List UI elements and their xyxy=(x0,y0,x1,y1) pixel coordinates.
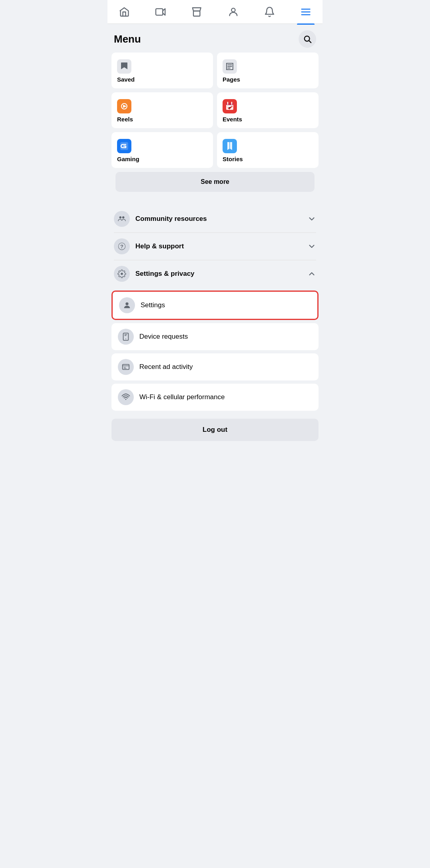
settings-privacy-label: Settings & privacy xyxy=(135,270,302,278)
svg-point-25 xyxy=(121,273,123,275)
svg-rect-16 xyxy=(226,103,233,105)
nav-profile[interactable] xyxy=(225,3,242,21)
community-chevron-icon xyxy=(307,215,316,223)
wifi-subitem-icon xyxy=(118,389,134,405)
gaming-label: Gaming xyxy=(117,156,207,162)
device-requests-label: Device requests xyxy=(139,333,188,341)
menu-title: Menu xyxy=(114,33,141,45)
menu-header: Menu xyxy=(108,24,322,53)
grid-item-reels[interactable]: Reels xyxy=(111,92,213,128)
help-chevron-icon xyxy=(307,242,316,251)
community-resources-row[interactable]: Community resources xyxy=(108,205,322,232)
settings-icon-container xyxy=(114,266,130,282)
logout-button[interactable]: Log out xyxy=(111,419,319,441)
events-label: Events xyxy=(223,116,313,123)
recent-ad-subitem[interactable]: Recent ad activity xyxy=(111,353,319,380)
top-nav xyxy=(108,0,322,24)
recent-ad-icon xyxy=(118,359,134,375)
nav-marketplace[interactable] xyxy=(188,3,205,21)
svg-text:?: ? xyxy=(120,244,123,250)
see-more-section: See more xyxy=(108,172,322,192)
device-requests-subitem[interactable]: Device requests xyxy=(111,323,319,350)
help-support-row[interactable]: ? Help & support xyxy=(108,233,322,260)
settings-privacy-row[interactable]: Settings & privacy xyxy=(108,260,322,287)
pages-icon xyxy=(223,59,237,74)
wifi-label: Wi-Fi & cellular performance xyxy=(139,393,225,401)
svg-point-30 xyxy=(125,399,127,400)
svg-point-26 xyxy=(125,302,128,305)
svg-point-21 xyxy=(122,217,125,219)
settings-subitem-label: Settings xyxy=(141,301,165,309)
saved-icon xyxy=(117,59,131,74)
grid-item-pages[interactable]: Pages xyxy=(217,53,319,88)
help-icon: ? xyxy=(117,242,126,251)
section-divider-1 xyxy=(108,197,322,201)
svg-rect-2 xyxy=(194,11,200,16)
svg-rect-29 xyxy=(123,365,129,370)
ad-icon xyxy=(121,363,130,371)
help-label: Help & support xyxy=(135,242,302,250)
nav-home[interactable] xyxy=(115,3,133,21)
svg-line-8 xyxy=(309,41,311,43)
nav-notifications[interactable] xyxy=(261,3,278,21)
device-icon xyxy=(121,332,130,341)
community-label: Community resources xyxy=(135,215,302,223)
person-gear-icon xyxy=(123,301,131,310)
svg-rect-27 xyxy=(123,333,129,340)
recent-ad-label: Recent ad activity xyxy=(139,363,193,371)
settings-subitem-icon xyxy=(119,297,135,313)
svg-point-28 xyxy=(125,339,126,339)
wifi-icon xyxy=(121,393,130,402)
reels-label: Reels xyxy=(117,116,207,123)
nav-menu[interactable] xyxy=(297,3,315,21)
grid-section: Saved Pages xyxy=(108,53,322,168)
svg-rect-0 xyxy=(156,8,163,15)
svg-point-3 xyxy=(231,8,235,12)
wifi-subitem[interactable]: Wi-Fi & cellular performance xyxy=(111,384,319,411)
nav-video[interactable] xyxy=(152,3,169,21)
see-more-button[interactable]: See more xyxy=(115,172,315,192)
pages-label: Pages xyxy=(223,76,313,83)
grid-item-gaming[interactable]: Gaming xyxy=(111,132,213,168)
grid-row-2: Reels Events xyxy=(111,92,319,128)
search-button[interactable] xyxy=(299,30,316,48)
saved-label: Saved xyxy=(117,76,207,83)
gaming-icon xyxy=(117,139,131,153)
handshake-icon xyxy=(117,215,126,223)
grid-item-events[interactable]: Events xyxy=(217,92,319,128)
gear-icon xyxy=(117,269,126,278)
grid-row-1: Saved Pages xyxy=(111,53,319,88)
grid-item-stories[interactable]: Stories xyxy=(217,132,319,168)
events-icon xyxy=(223,99,237,113)
grid-row-3: Gaming xyxy=(111,132,319,168)
search-icon xyxy=(303,35,312,43)
main-content: Menu Saved xyxy=(108,24,322,449)
device-requests-icon xyxy=(118,329,134,345)
stories-icon xyxy=(223,139,237,153)
svg-point-20 xyxy=(119,217,122,219)
settings-chevron-icon xyxy=(307,269,316,278)
help-icon-container: ? xyxy=(114,238,130,254)
reels-icon xyxy=(117,99,131,113)
settings-subitem[interactable]: Settings xyxy=(111,291,319,320)
community-icon xyxy=(114,211,130,227)
stories-label: Stories xyxy=(223,156,313,162)
grid-item-saved[interactable]: Saved xyxy=(111,53,213,88)
